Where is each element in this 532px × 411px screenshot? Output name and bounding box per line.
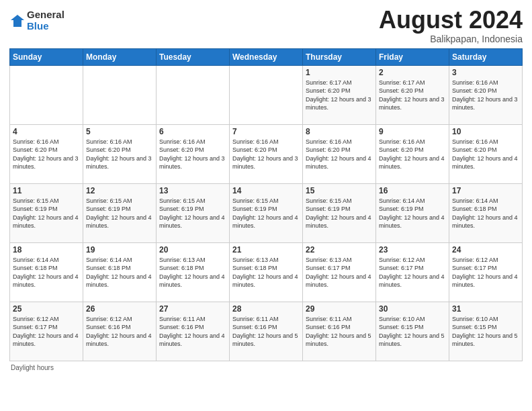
day-info: Sunrise: 6:15 AM Sunset: 6:19 PM Dayligh…	[86, 197, 153, 230]
day-info: Sunrise: 6:11 AM Sunset: 6:16 PM Dayligh…	[306, 315, 373, 349]
day-number: 28	[232, 304, 300, 314]
calendar-week-2: 4Sunrise: 6:16 AM Sunset: 6:20 PM Daylig…	[10, 124, 523, 183]
day-info: Sunrise: 6:15 AM Sunset: 6:19 PM Dayligh…	[232, 197, 300, 230]
day-number: 23	[379, 245, 446, 255]
day-number: 26	[86, 304, 153, 314]
calendar-cell: 16Sunrise: 6:14 AM Sunset: 6:19 PM Dayli…	[376, 183, 449, 242]
calendar-cell: 14Sunrise: 6:15 AM Sunset: 6:19 PM Dayli…	[230, 183, 303, 242]
day-info: Sunrise: 6:13 AM Sunset: 6:18 PM Dayligh…	[232, 256, 300, 289]
logo: General Blue	[9, 9, 64, 32]
day-number: 2	[379, 68, 446, 77]
day-info: Sunrise: 6:12 AM Sunset: 6:17 PM Dayligh…	[452, 256, 519, 289]
footer: Daylight hours	[9, 364, 523, 371]
calendar-cell: 12Sunrise: 6:15 AM Sunset: 6:19 PM Dayli…	[83, 183, 157, 242]
day-info: Sunrise: 6:17 AM Sunset: 6:20 PM Dayligh…	[379, 79, 446, 112]
logo-text: General Blue	[27, 9, 64, 32]
calendar-cell: 13Sunrise: 6:15 AM Sunset: 6:19 PM Dayli…	[157, 183, 230, 242]
calendar: SundayMondayTuesdayWednesdayThursdayFrid…	[9, 48, 523, 361]
day-number: 22	[306, 245, 373, 255]
day-info: Sunrise: 6:16 AM Sunset: 6:20 PM Dayligh…	[232, 138, 300, 171]
logo-icon	[9, 13, 24, 28]
header-day-saturday: Saturday	[449, 48, 523, 65]
day-info: Sunrise: 6:15 AM Sunset: 6:19 PM Dayligh…	[159, 197, 226, 230]
day-number: 27	[159, 304, 226, 314]
day-number: 19	[86, 245, 153, 255]
day-info: Sunrise: 6:12 AM Sunset: 6:16 PM Dayligh…	[86, 315, 153, 349]
calendar-cell: 25Sunrise: 6:12 AM Sunset: 6:17 PM Dayli…	[10, 302, 83, 361]
day-number: 11	[13, 186, 80, 195]
day-info: Sunrise: 6:16 AM Sunset: 6:20 PM Dayligh…	[452, 138, 519, 171]
day-number: 1	[306, 68, 373, 77]
calendar-cell: 21Sunrise: 6:13 AM Sunset: 6:18 PM Dayli…	[230, 242, 303, 302]
calendar-cell: 26Sunrise: 6:12 AM Sunset: 6:16 PM Dayli…	[83, 302, 157, 361]
day-info: Sunrise: 6:16 AM Sunset: 6:20 PM Dayligh…	[379, 138, 446, 171]
day-number: 18	[13, 245, 80, 255]
day-number: 30	[379, 304, 446, 314]
day-info: Sunrise: 6:14 AM Sunset: 6:18 PM Dayligh…	[86, 256, 153, 289]
day-info: Sunrise: 6:11 AM Sunset: 6:16 PM Dayligh…	[159, 315, 226, 349]
day-number: 25	[13, 304, 80, 314]
day-info: Sunrise: 6:16 AM Sunset: 6:20 PM Dayligh…	[306, 138, 373, 171]
day-info: Sunrise: 6:16 AM Sunset: 6:20 PM Dayligh…	[159, 138, 226, 171]
day-number: 16	[379, 186, 446, 195]
calendar-cell	[157, 65, 230, 124]
header-day-wednesday: Wednesday	[230, 48, 303, 65]
calendar-week-5: 25Sunrise: 6:12 AM Sunset: 6:17 PM Dayli…	[10, 302, 523, 361]
day-number: 21	[232, 245, 300, 255]
calendar-cell: 20Sunrise: 6:13 AM Sunset: 6:18 PM Dayli…	[157, 242, 230, 302]
calendar-body: 1Sunrise: 6:17 AM Sunset: 6:20 PM Daylig…	[10, 65, 523, 361]
header-day-sunday: Sunday	[10, 48, 83, 65]
calendar-cell: 18Sunrise: 6:14 AM Sunset: 6:18 PM Dayli…	[10, 242, 83, 302]
calendar-cell: 4Sunrise: 6:16 AM Sunset: 6:20 PM Daylig…	[10, 124, 83, 183]
calendar-cell: 1Sunrise: 6:17 AM Sunset: 6:20 PM Daylig…	[303, 65, 376, 124]
header-day-friday: Friday	[376, 48, 449, 65]
calendar-header: SundayMondayTuesdayWednesdayThursdayFrid…	[10, 48, 523, 65]
header-day-tuesday: Tuesday	[157, 48, 230, 65]
day-number: 14	[232, 186, 300, 195]
calendar-cell: 7Sunrise: 6:16 AM Sunset: 6:20 PM Daylig…	[230, 124, 303, 183]
calendar-cell: 22Sunrise: 6:13 AM Sunset: 6:17 PM Dayli…	[303, 242, 376, 302]
day-info: Sunrise: 6:13 AM Sunset: 6:17 PM Dayligh…	[306, 256, 373, 289]
day-number: 31	[452, 304, 519, 314]
day-number: 8	[306, 127, 373, 136]
day-info: Sunrise: 6:12 AM Sunset: 6:17 PM Dayligh…	[13, 315, 80, 349]
day-info: Sunrise: 6:16 AM Sunset: 6:20 PM Dayligh…	[452, 79, 519, 112]
calendar-week-3: 11Sunrise: 6:15 AM Sunset: 6:19 PM Dayli…	[10, 183, 523, 242]
calendar-cell: 5Sunrise: 6:16 AM Sunset: 6:20 PM Daylig…	[83, 124, 157, 183]
calendar-cell: 3Sunrise: 6:16 AM Sunset: 6:20 PM Daylig…	[449, 65, 523, 124]
day-number: 12	[86, 186, 153, 195]
day-info: Sunrise: 6:10 AM Sunset: 6:15 PM Dayligh…	[379, 315, 446, 349]
calendar-cell: 24Sunrise: 6:12 AM Sunset: 6:17 PM Dayli…	[449, 242, 523, 302]
day-number: 6	[159, 127, 226, 136]
calendar-cell: 6Sunrise: 6:16 AM Sunset: 6:20 PM Daylig…	[157, 124, 230, 183]
calendar-cell: 28Sunrise: 6:11 AM Sunset: 6:16 PM Dayli…	[230, 302, 303, 361]
day-info: Sunrise: 6:13 AM Sunset: 6:18 PM Dayligh…	[159, 256, 226, 289]
day-info: Sunrise: 6:14 AM Sunset: 6:19 PM Dayligh…	[379, 197, 446, 230]
calendar-cell: 27Sunrise: 6:11 AM Sunset: 6:16 PM Dayli…	[157, 302, 230, 361]
day-info: Sunrise: 6:15 AM Sunset: 6:19 PM Dayligh…	[13, 197, 80, 230]
day-number: 4	[13, 127, 80, 136]
day-number: 9	[379, 127, 446, 136]
calendar-cell	[230, 65, 303, 124]
day-number: 3	[452, 68, 519, 77]
header-day-thursday: Thursday	[303, 48, 376, 65]
calendar-cell: 19Sunrise: 6:14 AM Sunset: 6:18 PM Dayli…	[83, 242, 157, 302]
calendar-cell: 23Sunrise: 6:12 AM Sunset: 6:17 PM Dayli…	[376, 242, 449, 302]
calendar-cell: 2Sunrise: 6:17 AM Sunset: 6:20 PM Daylig…	[376, 65, 449, 124]
day-info: Sunrise: 6:17 AM Sunset: 6:20 PM Dayligh…	[306, 79, 373, 112]
day-number: 13	[159, 186, 226, 195]
calendar-cell	[10, 65, 83, 124]
day-number: 24	[452, 245, 519, 255]
subtitle: Balikpapan, Indonesia	[379, 34, 523, 44]
day-number: 29	[306, 304, 373, 314]
day-info: Sunrise: 6:15 AM Sunset: 6:19 PM Dayligh…	[306, 197, 373, 230]
logo-general: General	[27, 9, 64, 21]
svg-marker-0	[11, 15, 24, 27]
day-info: Sunrise: 6:16 AM Sunset: 6:20 PM Dayligh…	[13, 138, 80, 171]
calendar-cell	[83, 65, 157, 124]
day-info: Sunrise: 6:11 AM Sunset: 6:16 PM Dayligh…	[232, 315, 300, 349]
title-area: August 2024 Balikpapan, Indonesia	[379, 7, 523, 44]
day-number: 5	[86, 127, 153, 136]
header-day-monday: Monday	[83, 48, 157, 65]
month-title: August 2024	[379, 7, 523, 34]
